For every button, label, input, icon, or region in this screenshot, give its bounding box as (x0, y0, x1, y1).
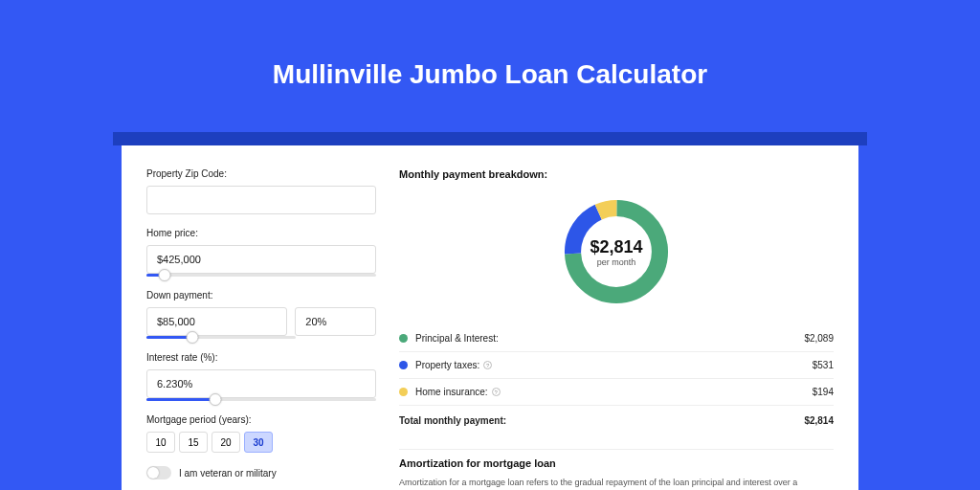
panel-shadow (113, 132, 867, 145)
calculator-panel: Property Zip Code: Home price: Down paym… (122, 145, 858, 490)
zip-label: Property Zip Code: (146, 168, 376, 179)
period-btn-10[interactable]: 10 (146, 432, 175, 453)
info-icon[interactable]: ? (483, 361, 492, 369)
interest-label: Interest rate (%): (146, 352, 376, 363)
zip-input[interactable] (146, 186, 376, 214)
period-btn-30[interactable]: 30 (244, 432, 273, 453)
legend-label: Property taxes: ? (415, 360, 813, 370)
total-value: $2,814 (804, 415, 834, 426)
donut-chart: $2,814 per month (399, 189, 834, 314)
dot-icon (399, 388, 408, 396)
legend-value: $194 (813, 387, 834, 397)
page-title: Mullinville Jumbo Loan Calculator (273, 59, 707, 90)
down-payment-input[interactable] (146, 307, 287, 336)
legend-row-taxes: Property taxes: ? $531 (399, 352, 834, 379)
home-price-field: Home price: (146, 228, 376, 277)
period-label: Mortgage period (years): (146, 414, 376, 425)
legend-label: Home insurance: ? (415, 387, 813, 397)
home-price-input[interactable] (146, 245, 376, 274)
down-payment-field: Down payment: (146, 290, 376, 339)
down-payment-pct-input[interactable] (295, 307, 376, 336)
donut-sub: per month (590, 257, 642, 267)
interest-input[interactable] (146, 369, 376, 398)
breakdown-heading: Monthly payment breakdown: (399, 168, 834, 180)
form-column: Property Zip Code: Home price: Down paym… (146, 168, 376, 490)
legend-value: $531 (813, 360, 834, 370)
slider-thumb[interactable] (187, 331, 199, 344)
legend-row-total: Total monthly payment: $2,814 (399, 406, 834, 434)
legend-value: $2,089 (804, 333, 834, 344)
period-field: Mortgage period (years): 10 15 20 30 (146, 414, 376, 453)
breakdown-column: Monthly payment breakdown: $2,814 per mo… (399, 168, 834, 490)
period-group: 10 15 20 30 (146, 432, 376, 453)
period-btn-20[interactable]: 20 (212, 432, 240, 453)
slider-thumb[interactable] (159, 269, 171, 281)
veteran-row: I am veteran or military (146, 466, 376, 479)
veteran-toggle[interactable] (146, 466, 171, 479)
interest-slider[interactable] (146, 398, 376, 401)
amortization-heading: Amortization for mortgage loan (399, 457, 834, 469)
veteran-label: I am veteran or military (179, 468, 277, 479)
down-payment-slider[interactable] (146, 336, 296, 339)
info-icon[interactable]: ? (492, 388, 501, 396)
legend-label: Principal & Interest: (415, 333, 804, 344)
legend-row-principal: Principal & Interest: $2,089 (399, 325, 834, 352)
donut-center: $2,814 per month (590, 237, 642, 267)
total-label: Total monthly payment: (399, 415, 804, 426)
donut-amount: $2,814 (590, 237, 642, 257)
home-price-slider[interactable] (146, 274, 376, 277)
zip-field: Property Zip Code: (146, 168, 376, 214)
dot-icon (399, 334, 408, 343)
period-btn-15[interactable]: 15 (179, 432, 208, 453)
divider (399, 449, 834, 450)
legend-row-insurance: Home insurance: ? $194 (399, 379, 834, 406)
amortization-text: Amortization for a mortgage loan refers … (399, 477, 834, 490)
down-payment-label: Down payment: (146, 290, 376, 301)
slider-thumb[interactable] (210, 393, 222, 406)
dot-icon (399, 361, 408, 369)
interest-field: Interest rate (%): (146, 352, 376, 401)
home-price-label: Home price: (146, 228, 376, 238)
